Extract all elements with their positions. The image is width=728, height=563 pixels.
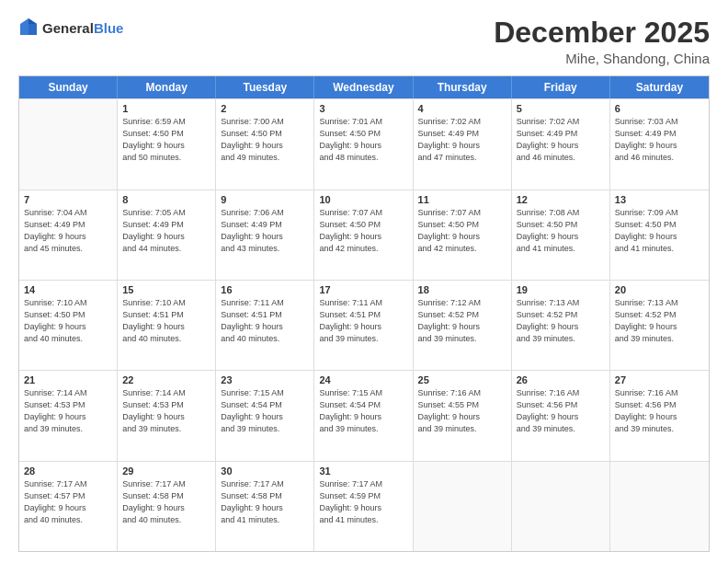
day-number: 17	[319, 284, 407, 295]
calendar-cell: 20Sunrise: 7:13 AM Sunset: 4:52 PM Dayli…	[610, 281, 709, 370]
calendar-cell	[512, 462, 610, 551]
calendar-cell: 31Sunrise: 7:17 AM Sunset: 4:59 PM Dayli…	[314, 462, 413, 551]
day-info: Sunrise: 7:02 AM Sunset: 4:49 PM Dayligh…	[418, 116, 506, 164]
day-number: 18	[418, 284, 506, 295]
day-info: Sunrise: 7:17 AM Sunset: 4:58 PM Dayligh…	[221, 478, 309, 526]
calendar-cell	[610, 462, 709, 551]
calendar-cell: 4Sunrise: 7:02 AM Sunset: 4:49 PM Daylig…	[414, 99, 512, 189]
day-info: Sunrise: 7:14 AM Sunset: 4:53 PM Dayligh…	[122, 387, 210, 435]
calendar-cell	[19, 99, 118, 189]
calendar-cell: 21Sunrise: 7:14 AM Sunset: 4:53 PM Dayli…	[19, 371, 118, 460]
day-number: 3	[319, 103, 407, 114]
calendar-cell: 28Sunrise: 7:17 AM Sunset: 4:57 PM Dayli…	[19, 462, 118, 551]
day-info: Sunrise: 7:01 AM Sunset: 4:50 PM Dayligh…	[319, 116, 407, 164]
calendar-cell: 30Sunrise: 7:17 AM Sunset: 4:58 PM Dayli…	[216, 462, 314, 551]
weekday-header: Thursday	[414, 76, 512, 98]
day-number: 20	[615, 284, 704, 295]
day-info: Sunrise: 7:11 AM Sunset: 4:51 PM Dayligh…	[319, 297, 407, 345]
calendar-body: 1Sunrise: 6:59 AM Sunset: 4:50 PM Daylig…	[19, 98, 709, 551]
day-number: 31	[319, 465, 407, 477]
day-number: 4	[418, 103, 506, 114]
weekday-header: Wednesday	[314, 76, 413, 98]
calendar-cell: 2Sunrise: 7:00 AM Sunset: 4:50 PM Daylig…	[216, 99, 314, 189]
day-info: Sunrise: 7:15 AM Sunset: 4:54 PM Dayligh…	[319, 387, 407, 435]
calendar-cell: 19Sunrise: 7:13 AM Sunset: 4:52 PM Dayli…	[512, 281, 610, 370]
day-info: Sunrise: 7:04 AM Sunset: 4:49 PM Dayligh…	[24, 207, 112, 255]
day-info: Sunrise: 7:03 AM Sunset: 4:49 PM Dayligh…	[615, 116, 704, 164]
day-number: 7	[24, 194, 112, 205]
location-title: Mihe, Shandong, China	[494, 51, 710, 66]
calendar-cell: 16Sunrise: 7:11 AM Sunset: 4:51 PM Dayli…	[216, 281, 314, 370]
day-number: 12	[517, 194, 605, 205]
calendar-cell: 8Sunrise: 7:05 AM Sunset: 4:49 PM Daylig…	[118, 190, 216, 280]
day-number: 2	[221, 103, 309, 114]
weekday-header: Saturday	[610, 76, 709, 98]
day-info: Sunrise: 7:16 AM Sunset: 4:56 PM Dayligh…	[615, 387, 704, 435]
calendar-cell: 17Sunrise: 7:11 AM Sunset: 4:51 PM Dayli…	[314, 281, 413, 370]
calendar-cell: 12Sunrise: 7:08 AM Sunset: 4:50 PM Dayli…	[512, 190, 610, 280]
calendar-cell: 13Sunrise: 7:09 AM Sunset: 4:50 PM Dayli…	[610, 190, 709, 280]
day-number: 19	[517, 284, 605, 295]
day-number: 8	[122, 194, 210, 205]
day-info: Sunrise: 7:14 AM Sunset: 4:53 PM Dayligh…	[24, 387, 112, 435]
day-info: Sunrise: 7:05 AM Sunset: 4:49 PM Dayligh…	[122, 207, 210, 255]
day-info: Sunrise: 7:15 AM Sunset: 4:54 PM Dayligh…	[221, 387, 309, 435]
day-number: 21	[24, 374, 112, 385]
weekday-header: Monday	[118, 76, 216, 98]
day-info: Sunrise: 7:17 AM Sunset: 4:57 PM Dayligh…	[24, 478, 112, 526]
calendar-cell: 29Sunrise: 7:17 AM Sunset: 4:58 PM Dayli…	[118, 462, 216, 551]
calendar-cell: 5Sunrise: 7:02 AM Sunset: 4:49 PM Daylig…	[512, 99, 610, 189]
day-number: 28	[24, 465, 112, 477]
calendar-cell: 24Sunrise: 7:15 AM Sunset: 4:54 PM Dayli…	[314, 371, 413, 460]
day-info: Sunrise: 7:13 AM Sunset: 4:52 PM Dayligh…	[615, 297, 704, 345]
day-number: 22	[122, 374, 210, 385]
day-number: 14	[24, 284, 112, 295]
day-info: Sunrise: 7:07 AM Sunset: 4:50 PM Dayligh…	[418, 207, 506, 255]
svg-marker-1	[28, 18, 37, 24]
calendar-cell: 1Sunrise: 6:59 AM Sunset: 4:50 PM Daylig…	[118, 99, 216, 189]
calendar-cell: 25Sunrise: 7:16 AM Sunset: 4:55 PM Dayli…	[414, 371, 512, 460]
day-number: 29	[122, 465, 210, 477]
calendar-week: 7Sunrise: 7:04 AM Sunset: 4:49 PM Daylig…	[19, 190, 709, 280]
day-number: 16	[221, 284, 309, 295]
calendar-cell: 26Sunrise: 7:16 AM Sunset: 4:56 PM Dayli…	[512, 371, 610, 460]
logo-icon	[18, 17, 39, 40]
logo-text: General Blue	[42, 21, 123, 37]
day-number: 26	[517, 374, 605, 385]
calendar-cell: 10Sunrise: 7:07 AM Sunset: 4:50 PM Dayli…	[314, 190, 413, 280]
day-info: Sunrise: 7:08 AM Sunset: 4:50 PM Dayligh…	[517, 207, 605, 255]
calendar-cell	[414, 462, 512, 551]
calendar-cell: 3Sunrise: 7:01 AM Sunset: 4:50 PM Daylig…	[314, 99, 413, 189]
day-info: Sunrise: 7:11 AM Sunset: 4:51 PM Dayligh…	[221, 297, 309, 345]
weekday-header: Sunday	[19, 76, 118, 98]
month-title: December 2025	[494, 17, 710, 49]
day-number: 27	[615, 374, 704, 385]
day-info: Sunrise: 7:17 AM Sunset: 4:59 PM Dayligh…	[319, 478, 407, 526]
calendar-week: 14Sunrise: 7:10 AM Sunset: 4:50 PM Dayli…	[19, 280, 709, 370]
calendar-cell: 9Sunrise: 7:06 AM Sunset: 4:49 PM Daylig…	[216, 190, 314, 280]
weekday-header: Friday	[512, 76, 610, 98]
calendar-week: 1Sunrise: 6:59 AM Sunset: 4:50 PM Daylig…	[19, 98, 709, 189]
calendar-cell: 23Sunrise: 7:15 AM Sunset: 4:54 PM Dayli…	[216, 371, 314, 460]
day-number: 9	[221, 194, 309, 205]
day-info: Sunrise: 7:10 AM Sunset: 4:50 PM Dayligh…	[24, 297, 112, 345]
day-info: Sunrise: 7:16 AM Sunset: 4:55 PM Dayligh…	[418, 387, 506, 435]
header: General Blue December 2025 Mihe, Shandon…	[18, 17, 710, 66]
day-info: Sunrise: 7:02 AM Sunset: 4:49 PM Dayligh…	[517, 116, 605, 164]
day-number: 23	[221, 374, 309, 385]
day-info: Sunrise: 7:13 AM Sunset: 4:52 PM Dayligh…	[517, 297, 605, 345]
title-block: December 2025 Mihe, Shandong, China	[494, 17, 710, 66]
day-info: Sunrise: 6:59 AM Sunset: 4:50 PM Dayligh…	[122, 116, 210, 164]
day-info: Sunrise: 7:06 AM Sunset: 4:49 PM Dayligh…	[221, 207, 309, 255]
page: General Blue December 2025 Mihe, Shandon…	[0, 0, 728, 563]
calendar-cell: 27Sunrise: 7:16 AM Sunset: 4:56 PM Dayli…	[610, 371, 709, 460]
calendar: SundayMondayTuesdayWednesdayThursdayFrid…	[18, 75, 710, 552]
logo-blue: Blue	[94, 21, 124, 37]
calendar-week: 28Sunrise: 7:17 AM Sunset: 4:57 PM Dayli…	[19, 461, 709, 551]
day-number: 11	[418, 194, 506, 205]
day-number: 5	[517, 103, 605, 114]
day-info: Sunrise: 7:09 AM Sunset: 4:50 PM Dayligh…	[615, 207, 704, 255]
day-info: Sunrise: 7:10 AM Sunset: 4:51 PM Dayligh…	[122, 297, 210, 345]
logo-general: General	[42, 21, 94, 37]
calendar-cell: 14Sunrise: 7:10 AM Sunset: 4:50 PM Dayli…	[19, 281, 118, 370]
